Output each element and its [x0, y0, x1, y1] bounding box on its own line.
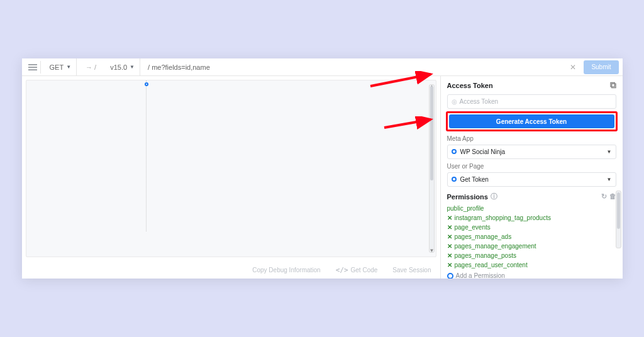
remove-permission-icon[interactable]: ✕ [447, 260, 452, 270]
graph-api-explorer: GET▼ → / v15.0▼ / me?fields=id,name ✕ Su… [22, 58, 623, 279]
permissions-list: public_profile✕instagram_shopping_tag_pr… [441, 204, 623, 271]
generate-access-token-button[interactable]: Generate Access Token [449, 114, 614, 128]
svg-rect-2 [28, 69, 37, 70]
reset-icon[interactable]: ↻ [601, 192, 607, 201]
get-token-select[interactable]: Get Token ▼ [447, 172, 616, 187]
remove-permission-icon[interactable]: ✕ [447, 232, 452, 241]
user-or-page-label: User or Page [441, 162, 623, 171]
canvas-divider [146, 80, 147, 231]
meta-app-label: Meta App [441, 134, 623, 143]
add-permission-button[interactable]: Add a Permission [441, 271, 623, 279]
code-icon: </> [336, 266, 348, 274]
permission-item: ✕pages_manage_engagement [447, 241, 616, 251]
response-scrollbar[interactable]: ▲ ▼ [429, 84, 435, 253]
permission-item: ✕instagram_shopping_tag_products [447, 213, 616, 223]
node-handle[interactable] [145, 82, 148, 86]
remove-permission-icon[interactable]: ✕ [447, 241, 452, 251]
meta-app-select[interactable]: WP Social Ninja ▼ [447, 145, 616, 159]
permissions-scrollbar[interactable] [616, 191, 621, 248]
response-pane: ▲ ▼ Copy Debug Information </>Get Code S… [22, 76, 441, 279]
highlight-generate: Generate Access Token [446, 111, 618, 131]
request-path-input[interactable]: / me?fields=id,name [144, 64, 562, 71]
app-host: → / [80, 58, 101, 75]
clear-perms-icon[interactable]: 🗑 [609, 192, 616, 201]
submit-button[interactable]: Submit [584, 60, 618, 74]
permission-item: ✕pages_manage_ads [447, 232, 616, 241]
main: ▲ ▼ Copy Debug Information </>Get Code S… [22, 76, 623, 279]
plus-icon [447, 273, 453, 279]
permissions-area: Permissionsⓘ ↻🗑 public_profile✕instagram… [441, 189, 623, 279]
svg-rect-1 [28, 67, 37, 67]
access-token-input[interactable]: ◎Access Token [447, 94, 616, 109]
permission-item: public_profile [447, 204, 616, 213]
api-version-select[interactable]: v15.0▼ [105, 58, 140, 75]
remove-permission-icon[interactable]: ✕ [447, 213, 452, 223]
access-token-header: Access Token ⧉ [441, 76, 623, 92]
clear-path-icon[interactable]: ✕ [566, 63, 580, 72]
right-panel: Access Token ⧉ ◎Access Token Generate Ac… [441, 76, 623, 279]
permission-item: ✕page_events [447, 223, 616, 232]
menu-icon[interactable] [26, 61, 41, 74]
copy-debug-button[interactable]: Copy Debug Information [252, 267, 320, 273]
save-session-button[interactable]: Save Session [392, 267, 431, 273]
http-method-select[interactable]: GET▼ [45, 58, 77, 75]
permission-item: ✕pages_manage_posts [447, 251, 616, 260]
remove-permission-icon[interactable]: ✕ [447, 223, 452, 232]
get-code-button[interactable]: </>Get Code [336, 266, 378, 274]
svg-rect-0 [28, 64, 37, 65]
permission-item: ✕pages_read_user_content [447, 260, 616, 270]
canvas: ▲ ▼ [26, 80, 436, 257]
topbar: GET▼ → / v15.0▼ / me?fields=id,name ✕ Su… [22, 58, 623, 76]
remove-permission-icon[interactable]: ✕ [447, 251, 452, 260]
copy-token-icon[interactable]: ⧉ [610, 80, 616, 91]
footer: Copy Debug Information </>Get Code Save … [22, 261, 440, 279]
permissions-header: Permissionsⓘ ↻🗑 [441, 189, 623, 204]
